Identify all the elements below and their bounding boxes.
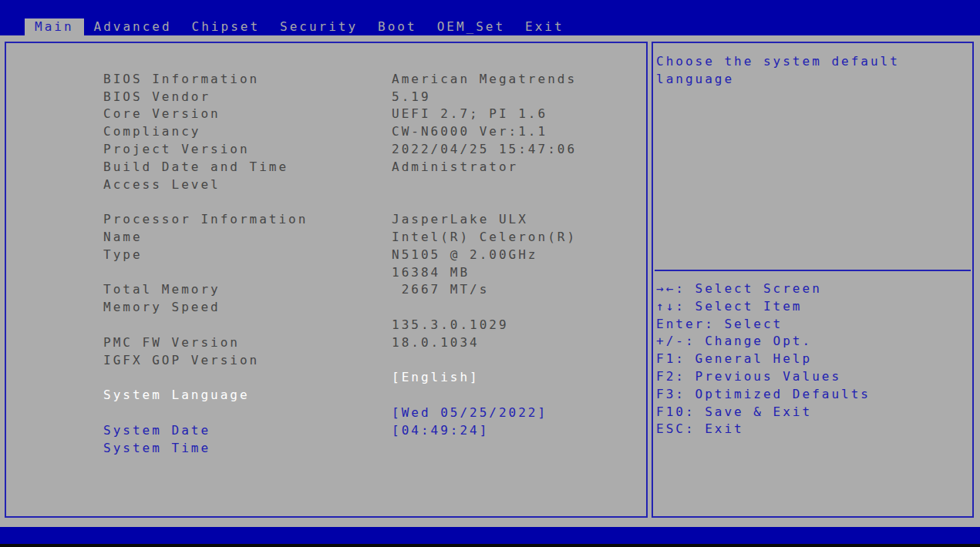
row-value: 16384 MB [392,264,470,282]
row-value: N5105 @ 2.00GHz [392,247,538,264]
row-system-language[interactable]: System Language [English] [25,369,646,387]
tab-main[interactable]: Main [25,18,84,35]
row-core-version: Core Version 5.19 [25,89,646,106]
help-pane: Choose the system default language →←: S… [652,42,974,518]
main-pane: BIOS Information BIOS Vendor American Me… [5,42,648,518]
row-value: 5.19 [392,89,431,106]
help-text-line: Choose the system default [656,53,969,71]
row-processor-name: Name JasperLake ULX [25,211,646,229]
main-pane-rows: BIOS Information BIOS Vendor American Me… [6,43,646,440]
help-text: Choose the system default language [653,43,972,89]
row-access-level: Access Level Administrator [25,159,646,176]
row-value: American Megatrends [392,71,577,89]
menu-bar: Main Advanced Chipset Security Boot OEM_… [0,18,980,35]
tab-boot[interactable]: Boot [368,18,427,35]
hint-select-item: ↑↓: Select Item [656,298,871,316]
row-processor-type: Type Intel(R) Celeron(R) [25,229,646,247]
row-system-time[interactable]: System Time [04:49:24] [25,422,646,440]
row-value: UEFI 2.7; PI 1.6 [392,106,547,123]
hint-change-opt: +/-: Change Opt. [656,333,871,351]
row-value: JasperLake ULX [392,211,528,229]
row-value: Intel(R) Celeron(R) [392,229,577,247]
hint-esc-exit: ESC: Exit [656,421,871,438]
row-value: [Wed 05/25/2022] [392,404,547,422]
row-project-version: Project Version CW-N6000 Ver:1.1 [25,123,646,141]
row-value: [English] [392,369,480,387]
tab-chipset[interactable]: Chipset [182,18,270,35]
tab-oem-set[interactable]: OEM_Set [427,18,515,35]
row-value: 2022/04/25 15:47:06 [392,141,577,159]
tab-security[interactable]: Security [270,18,368,35]
hint-save-exit: F10: Save & Exit [656,404,871,421]
row-compliancy: Compliancy UEFI 2.7; PI 1.6 [25,106,646,123]
row-spacer [25,176,646,194]
title-bar: Aptio Setup - AMI [0,0,980,18]
row-spacer [25,352,646,370]
hint-optimized-defaults: F3: Optimized Defaults [656,386,871,404]
hint-previous-values: F2: Previous Values [656,368,871,386]
row-value: 2667 MT/s [392,281,489,299]
row-value: Administrator [392,159,518,176]
row-value: CW-N6000 Ver:1.1 [392,123,547,141]
hint-enter-select: Enter: Select [656,316,871,334]
row-igfx-gop-version: IGFX GOP Version 18.0.1034 [25,334,646,352]
row-bios-information: BIOS Information [25,53,646,71]
key-hints: →←: Select Screen ↑↓: Select Item Enter:… [656,280,871,438]
row-bios-vendor: BIOS Vendor American Megatrends [25,71,646,89]
tab-advanced[interactable]: Advanced [84,18,182,35]
help-text-line: language [656,71,969,89]
row-processor-type-cont: N5105 @ 2.00GHz [25,247,646,264]
row-spacer [25,387,646,404]
row-label: System Time [103,441,210,455]
hint-select-screen: →←: Select Screen [656,280,871,298]
row-spacer [25,299,646,317]
tab-exit[interactable]: Exit [515,18,574,35]
row-value: 18.0.1034 [392,334,480,352]
row-system-date[interactable]: System Date [Wed 05/25/2022] [25,404,646,422]
row-memory-speed: Memory Speed 2667 MT/s [25,281,646,299]
row-total-memory: Total Memory 16384 MB [25,264,646,282]
row-pmc-fw-version: PMC FW Version 135.3.0.1029 [25,317,646,334]
bios-setup-screen: Aptio Setup - AMI Main Advanced Chipset … [0,0,980,547]
help-pane-divider [655,270,971,271]
hint-general-help: F1: General Help [656,351,871,368]
bottom-black-strip [0,544,980,547]
row-value: 135.3.0.1029 [392,317,509,334]
row-build-date-time: Build Date and Time 2022/04/25 15:47:06 [25,141,646,159]
row-processor-information: Processor Information [25,193,646,211]
row-value: [04:49:24] [392,422,489,440]
version-bar: Version 2.22.1282 Copyright (C) 2022 AMI [0,527,980,544]
